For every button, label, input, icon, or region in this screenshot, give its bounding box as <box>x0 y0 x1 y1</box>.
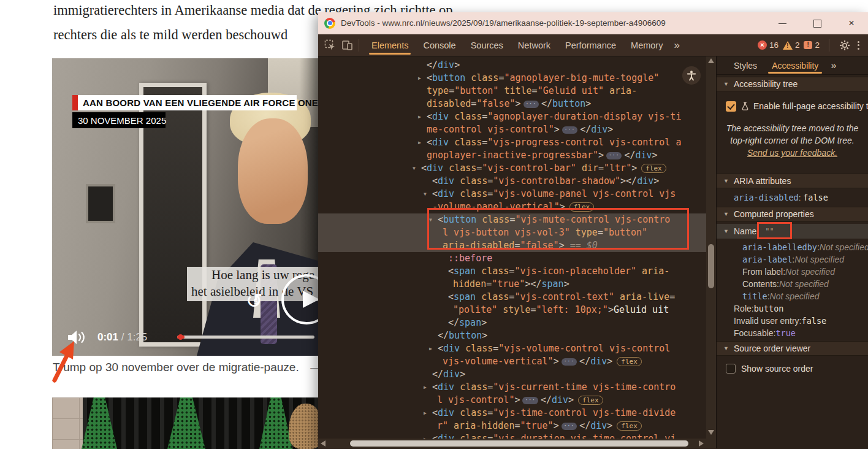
horizontal-scrollbar[interactable] <box>318 439 706 448</box>
vertical-scroll-thumb[interactable] <box>708 244 714 288</box>
tab-network[interactable]: Network <box>511 34 558 56</box>
ellipsis-badge[interactable]: ··· <box>522 397 538 404</box>
close-button[interactable]: × <box>846 18 857 29</box>
vertical-scrollbar[interactable] <box>706 56 716 448</box>
ellipsis-badge[interactable]: ··· <box>523 101 539 108</box>
settings-button[interactable] <box>839 39 851 52</box>
code-line[interactable]: ▶<div class="vjs-volume-control vjs-cont… <box>318 342 716 355</box>
minimize-button[interactable] <box>777 18 788 29</box>
sidebar-tab-accessibility[interactable]: Accessibility <box>764 56 826 74</box>
flex-badge[interactable]: flex <box>617 421 642 431</box>
issues-badge[interactable]: 2 <box>804 40 820 50</box>
horizontal-scroll-thumb[interactable] <box>350 440 688 447</box>
code-line[interactable]: ▶<button class="agnoplayer-big-mute-togg… <box>318 72 716 85</box>
expander-icon[interactable]: ▶ <box>424 381 432 394</box>
scroll-left-arrow[interactable] <box>321 440 326 447</box>
expander-icon[interactable]: ▶ <box>429 342 438 355</box>
flex-badge[interactable]: flex <box>641 164 666 173</box>
code-line[interactable]: me-control vjs-control">···</div> <box>318 123 716 136</box>
expander-icon[interactable]: ▼ <box>413 162 421 175</box>
flex-badge[interactable]: flex <box>569 202 595 212</box>
scroll-up-arrow[interactable] <box>708 58 714 63</box>
expander-icon[interactable]: ▼ <box>723 81 729 87</box>
section-source-order-viewer[interactable]: ▼ Source order viewer <box>717 341 868 356</box>
expander-icon[interactable]: ▼ <box>723 178 729 184</box>
computed-name-row[interactable]: ▼ Name "" <box>717 224 868 239</box>
flex-badge[interactable]: flex <box>617 357 642 366</box>
sidebar-tab-styles[interactable]: Styles <box>726 56 764 74</box>
expander-icon[interactable]: ▶ <box>424 407 432 420</box>
code-line[interactable]: </button> <box>318 329 716 342</box>
code-line[interactable]: </div> <box>318 368 716 381</box>
expander-icon[interactable]: ▼ <box>723 211 729 217</box>
expander-icon[interactable]: ▶ <box>418 136 427 149</box>
tab-performance[interactable]: Performance <box>558 34 623 56</box>
feedback-link[interactable]: Send us your feedback. <box>747 148 837 158</box>
code-line[interactable]: l vjs-control">···</div>flex <box>318 394 716 407</box>
code-line[interactable]: <div class="vjs-controlbar-shadow"></div… <box>318 175 716 188</box>
code-line[interactable]: hidden="true"></span> <box>318 278 716 291</box>
code-line[interactable]: ▼<button class="vjs-mute-control vjs-con… <box>318 213 716 226</box>
device-toolbar-button[interactable] <box>341 39 354 52</box>
code-line[interactable]: <span class="vjs-control-text" aria-live… <box>318 291 716 304</box>
tab-elements[interactable]: Elements <box>364 34 416 56</box>
code-line[interactable]: aria-disabled="false"> == $0 <box>318 239 716 252</box>
expander-icon[interactable]: ▼ <box>723 228 729 234</box>
code-line[interactable]: -volume-panel-vertical">flex <box>318 201 716 213</box>
code-line[interactable]: vjs-volume-vertical">···</div>flex <box>318 355 716 368</box>
tab-console[interactable]: Console <box>416 34 463 56</box>
error-badge[interactable]: × 16 <box>758 40 779 50</box>
expander-icon[interactable]: ▼ <box>429 213 438 226</box>
code-line[interactable]: "polite" style="left: 10px;">Geluid uit <box>318 304 716 317</box>
code-line[interactable]: ▼<div class="vjs-volume-panel vjs-contro… <box>318 188 716 201</box>
accessibility-tree-button[interactable] <box>682 66 701 85</box>
show-source-order-row[interactable]: Show source order <box>726 364 868 374</box>
scroll-right-arrow[interactable] <box>699 440 704 447</box>
enable-fullpage-a11y-row[interactable]: Enable full-page accessibility tree <box>726 100 868 112</box>
expander-icon[interactable]: ▼ <box>723 345 729 351</box>
elements-panel[interactable]: </div>▶<button class="agnoplayer-big-mut… <box>318 56 716 448</box>
devtools-menu-button[interactable] <box>855 41 862 50</box>
expander-icon[interactable]: ▼ <box>424 188 432 201</box>
more-tabs-button[interactable]: » <box>670 39 683 52</box>
checkbox-checked[interactable] <box>726 101 736 112</box>
code-line[interactable]: ::before <box>318 252 716 265</box>
code-line[interactable]: r" aria-hidden="true">···</div>flex <box>318 420 716 432</box>
sidebar-more-tabs-button[interactable]: » <box>831 60 836 71</box>
video-player[interactable]: AAN BOORD VAN EEN VLIEGENDE AIR FORCE ON… <box>52 58 325 356</box>
checkbox-unchecked[interactable] <box>726 364 736 374</box>
code-line[interactable]: ▼<div class="vjs-control-bar" dir="ltr">… <box>318 162 716 175</box>
code-line[interactable]: disabled="false">···</button> <box>318 98 716 110</box>
expander-icon[interactable]: ▶ <box>418 110 427 123</box>
ellipsis-badge[interactable]: ··· <box>562 423 577 430</box>
expander-icon[interactable]: ▶ <box>418 72 427 85</box>
section-accessibility-tree[interactable]: ▼ Accessibility tree <box>717 77 868 91</box>
inspect-element-button[interactable] <box>324 39 336 52</box>
code-line[interactable]: ▶<div class="vjs-progress-control vjs-co… <box>318 136 716 149</box>
ellipsis-badge[interactable]: ··· <box>606 152 622 159</box>
section-computed-properties[interactable]: ▼ Computed properties <box>717 207 868 221</box>
devtools-titlebar[interactable]: DevTools - www.nrc.nl/nieuws/2025/09/19/… <box>318 12 868 34</box>
progress-handle[interactable] <box>178 334 183 340</box>
ellipsis-badge[interactable]: ··· <box>562 126 577 134</box>
code-line[interactable]: ▶<div class="agnoplayer-duration-display… <box>318 110 716 123</box>
code-line[interactable]: gnoplayer-inactive-progressbar">···</div… <box>318 149 716 162</box>
code-line[interactable]: <span class="vjs-icon-placeholder" aria- <box>318 265 716 278</box>
code-line[interactable]: l vjs-button vjs-vol-3" type="button" <box>318 226 716 239</box>
code-line[interactable]: ▶<div class="vjs-time-control vjs-time-d… <box>318 407 716 420</box>
devtools-window[interactable]: DevTools - www.nrc.nl/nieuws/2025/09/19/… <box>318 12 868 449</box>
next-article-image[interactable] <box>52 397 322 449</box>
video-progress-bar[interactable] <box>177 336 314 339</box>
section-aria-attributes[interactable]: ▼ ARIA attributes <box>717 174 868 188</box>
code-line[interactable]: </div> <box>318 59 716 72</box>
flex-badge[interactable]: flex <box>578 396 603 405</box>
rewind-5-button[interactable]: ↺ 5 <box>246 290 268 312</box>
code-line[interactable]: </span> <box>318 317 716 329</box>
code-line[interactable]: type="button" title="Geluid uit" aria- <box>318 85 716 98</box>
tab-memory[interactable]: Memory <box>623 34 670 56</box>
ellipsis-badge[interactable]: ··· <box>562 358 577 366</box>
scroll-down-arrow[interactable] <box>708 430 714 435</box>
tab-sources[interactable]: Sources <box>463 34 511 56</box>
warning-badge[interactable]: 2 <box>783 40 800 50</box>
maximize-button[interactable] <box>812 18 823 29</box>
